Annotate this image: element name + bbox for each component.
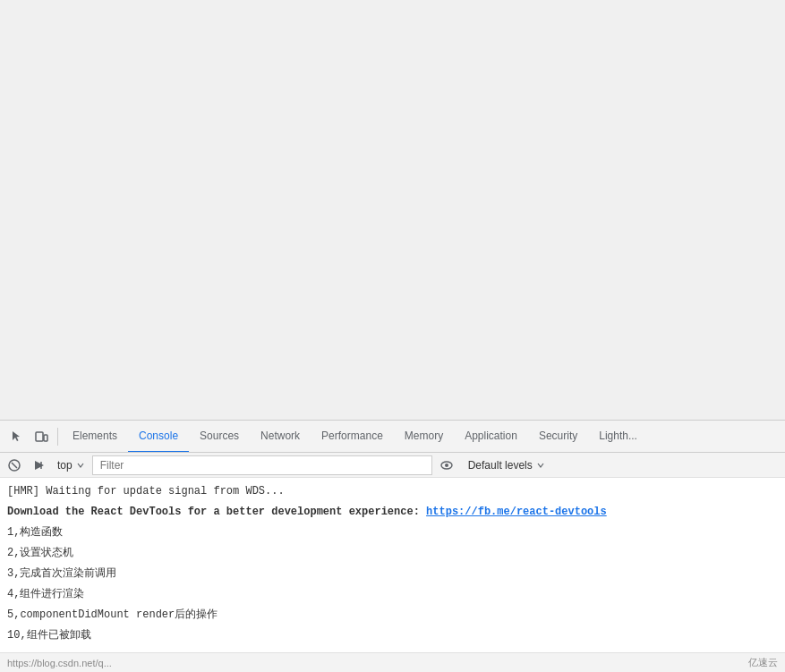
console-line-6: 10,组件已被卸载 — [0, 625, 785, 646]
tab-memory[interactable]: Memory — [394, 421, 454, 453]
tab-performance[interactable]: Performance — [311, 421, 394, 453]
devtools-tab-bar: Elements Console Sources Network Perform… — [0, 421, 785, 453]
svg-line-3 — [12, 463, 17, 468]
stop-recording-button[interactable] — [29, 455, 50, 476]
tab-network[interactable]: Network — [250, 421, 311, 453]
svg-rect-0 — [36, 432, 43, 441]
devtools-panel: Elements Console Sources Network Perform… — [0, 421, 785, 672]
console-line-4: 4,组件进行渲染 — [0, 584, 785, 605]
clear-console-button[interactable] — [4, 455, 25, 476]
console-line-devtools-msg: Download the React DevTools for a better… — [0, 502, 785, 523]
bottom-bar-url: https://blog.csdn.net/q... — [7, 658, 112, 668]
device-toggle-icon[interactable] — [29, 424, 54, 449]
bottom-bar-logo-label: 亿速云 — [748, 656, 778, 669]
console-line-2: 2,设置状态机 — [0, 543, 785, 564]
browser-content-area — [0, 0, 785, 421]
tab-lighthouse[interactable]: Lighth... — [588, 421, 648, 453]
context-selector[interactable]: top — [54, 455, 89, 475]
console-toolbar: top Default levels — [0, 453, 785, 478]
console-output: [HMR] Waiting for update signal from WDS… — [0, 478, 785, 652]
tab-console[interactable]: Console — [128, 421, 189, 453]
default-levels-button[interactable]: Default levels — [461, 455, 552, 475]
tab-elements[interactable]: Elements — [62, 421, 128, 453]
tab-security[interactable]: Security — [528, 421, 588, 453]
console-line-5: 5,componentDidMount render后的操作 — [0, 605, 785, 625]
bottom-bar-right: 亿速云 — [748, 656, 778, 669]
svg-point-5 — [445, 464, 448, 467]
bottom-status-bar: https://blog.csdn.net/q... 亿速云 — [0, 652, 785, 672]
console-line-1: 1,构造函数 — [0, 523, 785, 543]
tab-separator-1 — [57, 428, 58, 446]
select-element-icon[interactable] — [4, 424, 29, 449]
filter-eye-button[interactable] — [436, 455, 457, 476]
console-line-hmr: [HMR] Waiting for update signal from WDS… — [0, 481, 785, 502]
tab-sources[interactable]: Sources — [189, 421, 250, 453]
console-filter-input[interactable] — [92, 455, 432, 475]
react-devtools-link[interactable]: https://fb.me/react-devtools — [426, 506, 607, 518]
console-line-3: 3,完成首次渲染前调用 — [0, 564, 785, 584]
svg-rect-1 — [44, 435, 47, 441]
tab-application[interactable]: Application — [454, 421, 528, 453]
